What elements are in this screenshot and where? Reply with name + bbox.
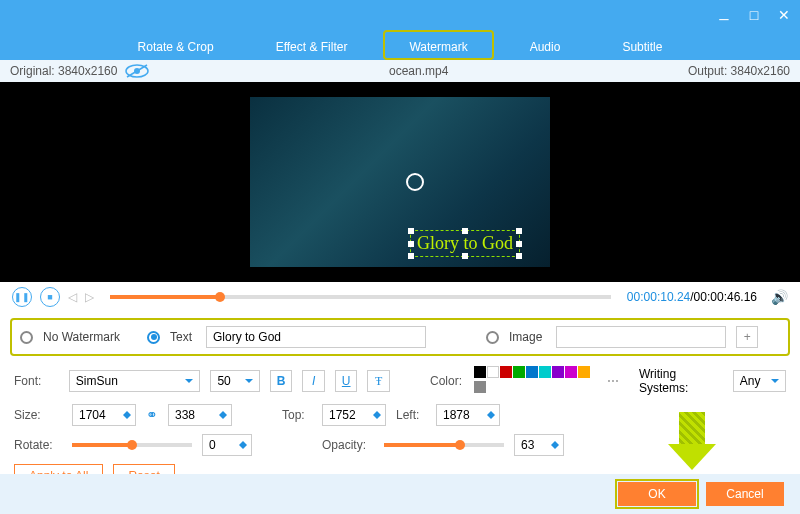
writing-label: Writing Systems: — [639, 367, 723, 395]
label-no-watermark: No Watermark — [43, 330, 133, 344]
rotate-slider[interactable] — [72, 443, 192, 447]
color-swatch[interactable] — [526, 366, 538, 378]
font-label: Font: — [14, 374, 59, 388]
stop-button[interactable]: ■ — [40, 287, 60, 307]
font-size-select[interactable]: 50 — [210, 370, 259, 392]
tabbar: Rotate & Crop Effect & Filter Watermark … — [0, 30, 800, 60]
width-input[interactable]: 1704 — [72, 404, 136, 426]
timeline-slider[interactable] — [110, 295, 611, 299]
time-display: 00:00:10.24/00:00:46.16 — [627, 290, 757, 304]
add-image-button[interactable]: + — [736, 326, 758, 348]
underline-button[interactable]: U — [335, 370, 358, 392]
footer: OK Cancel — [0, 474, 800, 514]
link-aspect-icon[interactable]: ⚭ — [146, 407, 158, 423]
prev-frame-button[interactable]: ◁ — [68, 290, 77, 304]
opacity-input[interactable]: 63 — [514, 434, 564, 456]
more-colors-icon[interactable]: ⋯ — [607, 374, 619, 388]
tab-audio[interactable]: Audio — [504, 30, 587, 60]
color-swatch[interactable] — [539, 366, 551, 378]
titlebar: _ □ ✕ — [0, 0, 800, 30]
rotate-input[interactable]: 0 — [202, 434, 252, 456]
color-swatch[interactable] — [487, 366, 499, 378]
center-marker-icon — [406, 173, 424, 191]
watermark-type-row: No Watermark Text Image + — [10, 318, 790, 356]
radio-text[interactable] — [147, 331, 160, 344]
color-swatch[interactable] — [513, 366, 525, 378]
size-label: Size: — [14, 408, 62, 422]
ok-button[interactable]: OK — [618, 482, 696, 506]
tab-subtitle[interactable]: Subtitle — [596, 30, 688, 60]
top-input[interactable]: 1752 — [322, 404, 386, 426]
tab-effect-filter[interactable]: Effect & Filter — [250, 30, 374, 60]
color-label: Color: — [430, 374, 464, 388]
label-image: Image — [509, 330, 542, 344]
minimize-button[interactable]: _ — [716, 4, 732, 20]
color-swatch[interactable] — [500, 366, 512, 378]
radio-image[interactable] — [486, 331, 499, 344]
color-swatches[interactable] — [474, 366, 595, 396]
output-resolution: Output: 3840x2160 — [688, 64, 790, 78]
volume-icon[interactable]: 🔊 — [771, 289, 788, 305]
maximize-button[interactable]: □ — [746, 7, 762, 23]
original-resolution: Original: 3840x2160 — [10, 64, 117, 78]
top-label: Top: — [282, 408, 312, 422]
color-swatch[interactable] — [578, 366, 590, 378]
color-swatch[interactable] — [552, 366, 564, 378]
bold-button[interactable]: B — [270, 370, 293, 392]
italic-button[interactable]: I — [302, 370, 325, 392]
text-watermark-input[interactable] — [206, 326, 426, 348]
cancel-button[interactable]: Cancel — [706, 482, 784, 506]
label-text: Text — [170, 330, 192, 344]
image-watermark-input[interactable] — [556, 326, 726, 348]
file-name: ocean.mp4 — [149, 64, 687, 78]
watermark-overlay-text: Glory to God — [417, 233, 513, 253]
radio-no-watermark[interactable] — [20, 331, 33, 344]
pause-button[interactable]: ❚❚ — [12, 287, 32, 307]
left-label: Left: — [396, 408, 426, 422]
info-bar: Original: 3840x2160 ocean.mp4 Output: 38… — [0, 60, 800, 82]
opacity-label: Opacity: — [322, 438, 374, 452]
color-swatch[interactable] — [565, 366, 577, 378]
video-preview: Glory to God — [0, 82, 800, 282]
next-frame-button[interactable]: ▷ — [85, 290, 94, 304]
height-input[interactable]: 338 — [168, 404, 232, 426]
watermark-overlay[interactable]: Glory to God — [410, 230, 520, 257]
color-swatch[interactable] — [474, 366, 486, 378]
close-button[interactable]: ✕ — [776, 7, 792, 23]
strikethrough-button[interactable]: Ŧ — [367, 370, 390, 392]
left-input[interactable]: 1878 — [436, 404, 500, 426]
video-frame[interactable]: Glory to God — [250, 97, 550, 267]
writing-systems-select[interactable]: Any — [733, 370, 786, 392]
playback-controls: ❚❚ ■ ◁ ▷ 00:00:10.24/00:00:46.16 🔊 — [0, 282, 800, 312]
color-swatch[interactable] — [474, 381, 486, 393]
font-family-select[interactable]: SimSun — [69, 370, 201, 392]
tab-watermark[interactable]: Watermark — [383, 30, 493, 60]
preview-toggle-icon[interactable] — [125, 64, 149, 78]
tab-rotate-crop[interactable]: Rotate & Crop — [112, 30, 240, 60]
opacity-slider[interactable] — [384, 443, 504, 447]
rotate-label: Rotate: — [14, 438, 62, 452]
